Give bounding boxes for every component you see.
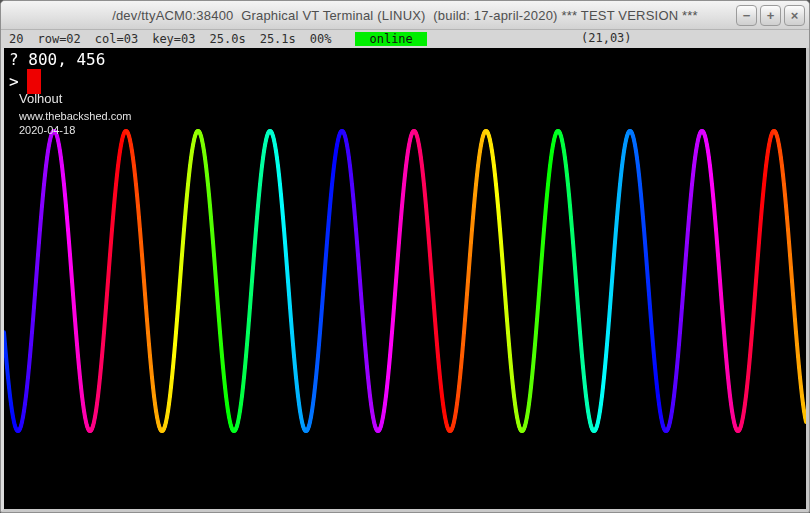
minimize-button[interactable]: −	[736, 5, 757, 26]
close-icon: ×	[791, 9, 799, 22]
author-label: Volhout	[19, 91, 62, 106]
status-row: row=02	[37, 32, 80, 46]
website-label: www.thebackshed.com	[19, 110, 132, 122]
status-timer-1: 25.0s	[210, 32, 246, 46]
status-lines: 20	[9, 32, 23, 46]
status-col: col=03	[95, 32, 138, 46]
status-progress: 00%	[310, 32, 332, 46]
screen-frame: ? 800, 456 > Volhout www.thebackshed.com…	[1, 48, 809, 512]
status-cursor-position: (21,03)	[581, 31, 632, 45]
terminal-screen[interactable]: ? 800, 456 > Volhout www.thebackshed.com…	[4, 48, 806, 509]
status-bar: 20 row=02 col=03 key=03 25.0s 25.1s 00% …	[1, 30, 809, 48]
status-online-badge: online	[355, 32, 426, 46]
status-timer-2: 25.1s	[260, 32, 296, 46]
terminal-output-line: ? 800, 456	[9, 50, 105, 69]
maximize-icon: +	[767, 9, 775, 22]
terminal-window: /dev/ttyACM0:38400 Graphical VT Terminal…	[0, 0, 810, 513]
status-key: key=03	[152, 32, 195, 46]
window-title: /dev/ttyACM0:38400 Graphical VT Terminal…	[112, 8, 698, 23]
window-controls: − + ×	[736, 5, 805, 26]
minimize-icon: −	[743, 9, 751, 22]
maximize-button[interactable]: +	[760, 5, 781, 26]
titlebar[interactable]: /dev/ttyACM0:38400 Graphical VT Terminal…	[1, 1, 809, 30]
close-button[interactable]: ×	[784, 5, 805, 26]
date-label: 2020-04-18	[19, 124, 75, 136]
terminal-prompt: >	[9, 72, 19, 91]
